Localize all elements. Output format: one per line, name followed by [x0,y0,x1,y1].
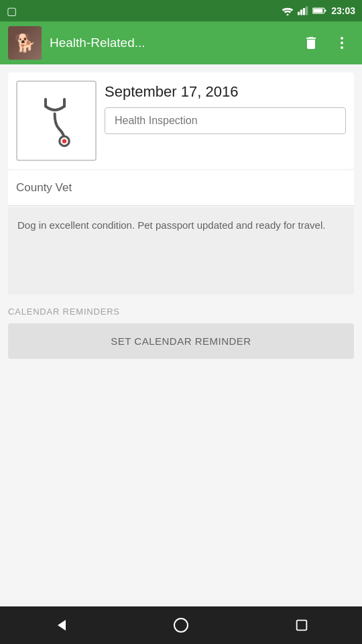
app-bar: 🐕 Health-Related... [0,21,362,64]
delete-icon [303,35,319,51]
android-icon: ▢ [7,5,17,17]
svg-rect-2 [300,9,302,15]
svg-point-0 [287,14,289,16]
svg-rect-4 [306,7,308,15]
svg-point-9 [341,42,343,44]
more-options-button[interactable] [330,31,354,55]
back-button[interactable] [40,612,80,639]
back-icon [52,617,68,633]
recents-icon [294,618,309,633]
main-content: September 17, 2016 County Vet Dog in exc… [0,64,362,606]
svg-rect-6 [313,9,322,13]
home-button[interactable] [161,612,201,639]
stethoscope-icon [29,91,83,151]
signal-icon [298,6,308,15]
svg-rect-7 [324,9,326,11]
svg-rect-3 [303,8,305,15]
svg-point-16 [174,619,188,632]
app-bar-title: Health-Related... [50,36,291,50]
status-left: ▢ [7,5,17,17]
county-vet-row: County Vet [8,170,354,206]
date-display: September 17, 2016 [105,83,346,101]
calendar-section: CALENDAR REMINDERS SET CALENDAR REMINDER [8,307,354,359]
svg-marker-15 [58,620,66,631]
top-card: September 17, 2016 [8,72,354,169]
recents-button[interactable] [282,612,322,639]
time-display: 23:03 [331,5,355,16]
bottom-nav [0,606,362,644]
notes-text: Dog in excellent condition. Pet passport… [17,219,325,231]
svg-point-10 [341,46,343,49]
svg-point-8 [341,37,343,40]
delete-button[interactable] [299,31,323,55]
date-inspection-area: September 17, 2016 [105,80,346,134]
avatar[interactable]: 🐕 [8,26,42,60]
calendar-reminders-label: CALENDAR REMINDERS [8,307,354,317]
status-bar: ▢ 23:03 [0,0,362,21]
health-inspection-input[interactable] [105,107,346,134]
svg-point-14 [62,139,66,143]
set-calendar-reminder-button[interactable]: SET CALENDAR REMINDER [8,323,354,359]
county-vet-label: County Vet [16,181,72,194]
status-right: 23:03 [282,5,355,16]
svg-rect-1 [298,12,300,15]
wifi-icon [282,6,294,15]
app-bar-actions [299,31,354,55]
notes-area: Dog in excellent condition. Pet passport… [8,207,354,294]
svg-rect-17 [297,621,307,631]
battery-icon [312,7,327,15]
more-vertical-icon [334,35,350,51]
stethoscope-icon-box [16,80,97,161]
dog-image: 🐕 [8,26,42,60]
home-icon [173,617,189,633]
